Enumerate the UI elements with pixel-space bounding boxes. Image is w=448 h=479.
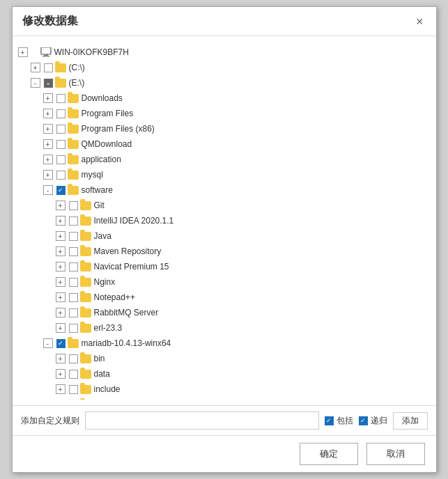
tree-node[interactable]: +include bbox=[18, 382, 431, 397]
tree-checkbox[interactable] bbox=[69, 324, 78, 333]
svg-rect-2 bbox=[43, 56, 49, 57]
node-label: Downloads bbox=[82, 93, 123, 103]
tree-node[interactable]: +application bbox=[18, 152, 431, 167]
include-checkbox[interactable] bbox=[325, 416, 334, 425]
expand-button[interactable]: - bbox=[43, 338, 53, 348]
tree-node[interactable]: +WIN-0IKOFK9BF7H bbox=[18, 45, 431, 60]
node-label: RabbitMQ Server bbox=[94, 308, 159, 317]
custom-rule-label: 添加自定义规则 bbox=[21, 415, 79, 427]
expand-button[interactable]: + bbox=[56, 384, 65, 394]
custom-rule-input[interactable] bbox=[85, 411, 319, 430]
tree-checkbox[interactable] bbox=[44, 79, 53, 88]
tree-node[interactable]: -mariadb-10.4.13-winx64 bbox=[18, 336, 431, 351]
expand-button[interactable]: + bbox=[43, 139, 53, 149]
expand-button[interactable]: - bbox=[43, 185, 53, 195]
tree-checkbox[interactable] bbox=[56, 140, 65, 149]
confirm-button[interactable]: 确定 bbox=[300, 443, 358, 465]
folder-icon bbox=[68, 140, 79, 149]
tree-node[interactable]: +Git bbox=[18, 198, 431, 213]
node-label: Program Files bbox=[82, 109, 134, 118]
tree-checkbox[interactable] bbox=[69, 293, 78, 302]
tree-node[interactable]: +lib bbox=[18, 397, 431, 400]
include-group: 包括 bbox=[325, 415, 353, 427]
expand-button[interactable]: + bbox=[43, 109, 53, 118]
node-label: Notepad++ bbox=[94, 292, 135, 302]
tree-node[interactable]: +Program Files bbox=[18, 106, 431, 121]
expand-button[interactable]: + bbox=[43, 124, 53, 134]
tree-checkbox[interactable] bbox=[69, 370, 78, 379]
tree-node[interactable]: +Program Files (x86) bbox=[18, 121, 431, 136]
tree-node[interactable]: +Notepad++ bbox=[18, 290, 431, 305]
node-label: WIN-0IKOFK9BF7H bbox=[54, 47, 129, 57]
tree-node[interactable]: +Maven Repository bbox=[18, 244, 431, 259]
expand-button[interactable]: + bbox=[56, 262, 65, 272]
add-button[interactable]: 添加 bbox=[393, 412, 428, 430]
tree-node[interactable]: -software bbox=[18, 182, 431, 198]
tree-node[interactable]: +mysql bbox=[18, 167, 431, 182]
folder-icon bbox=[80, 385, 91, 394]
expand-button[interactable]: + bbox=[56, 308, 65, 317]
expand-button[interactable]: + bbox=[43, 155, 53, 164]
tree-node[interactable]: +Nginx bbox=[18, 274, 431, 290]
folder-icon bbox=[68, 155, 79, 164]
tree-checkbox[interactable] bbox=[56, 155, 65, 164]
folder-icon bbox=[55, 63, 66, 72]
tree-node[interactable]: +(C:\) bbox=[18, 60, 431, 75]
tree-node[interactable]: +Java bbox=[18, 228, 431, 244]
expand-button[interactable]: + bbox=[43, 93, 53, 103]
expand-button[interactable]: + bbox=[56, 246, 65, 256]
tree-node[interactable]: -(E:\) bbox=[18, 75, 431, 91]
expand-button[interactable]: + bbox=[18, 47, 28, 57]
folder-icon bbox=[68, 171, 79, 180]
tree-checkbox[interactable] bbox=[69, 262, 78, 272]
node-label: Nginx bbox=[94, 277, 116, 287]
expand-button[interactable]: + bbox=[43, 170, 53, 180]
tree-checkbox[interactable] bbox=[69, 308, 78, 317]
tree-node[interactable]: +data bbox=[18, 366, 431, 382]
expand-button[interactable]: + bbox=[56, 292, 65, 302]
node-label: mysql bbox=[82, 170, 103, 180]
tree-checkbox[interactable] bbox=[69, 247, 78, 256]
tree-checkbox[interactable] bbox=[56, 186, 65, 195]
expand-button[interactable]: + bbox=[56, 369, 65, 379]
tree-node[interactable]: +erl-23.3 bbox=[18, 320, 431, 336]
expand-button[interactable]: + bbox=[56, 231, 65, 241]
tree-checkbox[interactable] bbox=[56, 109, 65, 118]
expand-button[interactable]: + bbox=[56, 201, 65, 210]
tree-checkbox[interactable] bbox=[56, 339, 65, 348]
close-button[interactable]: × bbox=[413, 15, 426, 28]
tree-node[interactable]: +IntelliJ IDEA 2020.1.1 bbox=[18, 213, 431, 228]
expand-button[interactable]: + bbox=[31, 63, 40, 72]
tree-checkbox[interactable] bbox=[69, 354, 78, 363]
node-label: software bbox=[82, 185, 113, 195]
expand-button[interactable]: + bbox=[56, 354, 65, 363]
recursive-checkbox[interactable] bbox=[359, 416, 368, 425]
tree-checkbox[interactable] bbox=[56, 94, 65, 103]
tree-checkbox[interactable] bbox=[69, 201, 78, 210]
node-label: QMDownload bbox=[82, 139, 132, 149]
file-tree[interactable]: +WIN-0IKOFK9BF7H+(C:\)-(E:\)+Downloads+P… bbox=[13, 42, 436, 400]
expand-button[interactable]: - bbox=[31, 78, 40, 88]
folder-icon bbox=[68, 339, 79, 348]
tree-checkbox[interactable] bbox=[69, 217, 78, 226]
node-label: Navicat Premium 15 bbox=[94, 262, 169, 272]
expand-button[interactable]: + bbox=[56, 216, 65, 226]
tree-node[interactable]: +QMDownload bbox=[18, 136, 431, 152]
tree-checkbox[interactable] bbox=[44, 63, 53, 72]
recursive-label: 递归 bbox=[371, 415, 387, 427]
tree-node[interactable]: +Downloads bbox=[18, 91, 431, 106]
cancel-button[interactable]: 取消 bbox=[366, 443, 425, 465]
expand-button[interactable]: + bbox=[56, 277, 65, 287]
folder-icon bbox=[68, 186, 79, 195]
expand-button[interactable]: + bbox=[56, 323, 65, 333]
tree-node[interactable]: +bin bbox=[18, 351, 431, 366]
tree-checkbox[interactable] bbox=[69, 385, 78, 394]
tree-node[interactable]: +Navicat Premium 15 bbox=[18, 259, 431, 274]
tree-checkbox[interactable] bbox=[56, 125, 65, 134]
tree-checkbox[interactable] bbox=[69, 232, 78, 241]
tree-checkbox[interactable] bbox=[69, 278, 78, 287]
tree-checkbox[interactable] bbox=[56, 171, 65, 180]
node-label: include bbox=[94, 384, 121, 394]
node-label: Java bbox=[94, 231, 111, 241]
tree-node[interactable]: +RabbitMQ Server bbox=[18, 305, 431, 320]
